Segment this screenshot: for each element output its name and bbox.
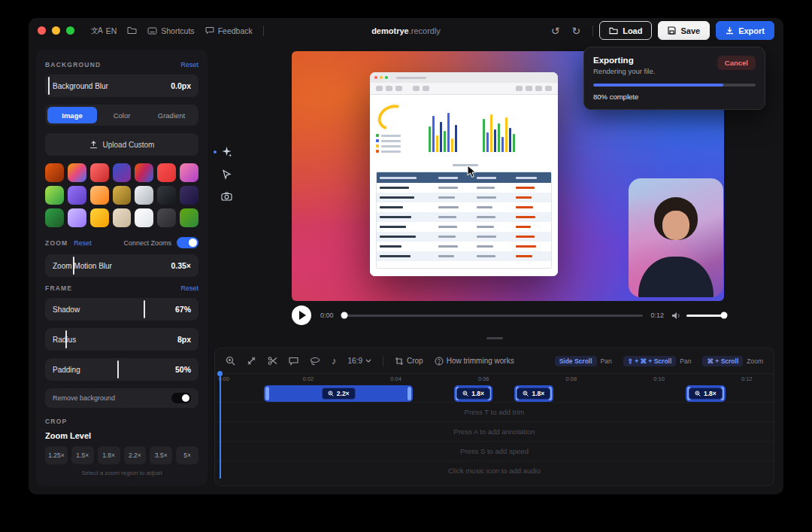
zoom-level-option[interactable]: 5× (176, 446, 198, 464)
zoom-region[interactable]: 2.2× (264, 385, 413, 402)
hotkey-hint-pan-scroll: Side Scroll Pan (555, 356, 612, 366)
annotation-tool[interactable] (289, 357, 298, 366)
background-thumbnail[interactable] (157, 208, 176, 227)
zoom-level-option[interactable]: 1.5× (71, 446, 94, 464)
background-thumbnail[interactable] (90, 163, 109, 182)
background-thumbnail[interactable] (113, 163, 132, 182)
trim-track[interactable]: Press T to add trim (215, 402, 774, 421)
background-thumbnail[interactable] (180, 186, 198, 205)
aspect-ratio-selector[interactable]: 16:9 (348, 357, 371, 365)
export-progress-bar (593, 84, 756, 87)
zoom-region[interactable]: 1.8× (454, 385, 492, 402)
camera-tool[interactable] (221, 192, 232, 201)
shortcuts-button[interactable]: Shortcuts (147, 26, 194, 35)
app-window: 文A EN Shortcuts Feedback demotrye.record… (29, 18, 783, 494)
background-thumbnail[interactable] (135, 186, 153, 205)
padding-slider[interactable]: Padding 50% (45, 358, 198, 381)
tab-color[interactable]: Color (97, 107, 147, 123)
export-label: Export (738, 26, 765, 35)
remove-background-toggle[interactable] (171, 393, 191, 403)
music-tool[interactable]: ♪ (332, 355, 337, 366)
trimming-help-link[interactable]: How trimming works (435, 357, 514, 366)
volume-slider[interactable] (686, 315, 724, 317)
redo-button[interactable]: ↻ (568, 24, 583, 38)
cut-tool[interactable] (268, 356, 277, 366)
background-thumbnail[interactable] (180, 208, 198, 227)
zoom-level-option[interactable]: 2.2× (124, 446, 147, 464)
background-thumbnail[interactable] (113, 208, 132, 227)
play-button[interactable] (292, 306, 311, 325)
tab-gradient[interactable]: Gradient (147, 107, 196, 123)
slider-handle[interactable] (117, 360, 119, 378)
close-window-button[interactable] (38, 26, 46, 35)
language-selector[interactable]: 文A EN (91, 26, 117, 36)
undo-button[interactable]: ↺ (548, 24, 563, 38)
webcam-overlay[interactable] (629, 178, 723, 297)
radius-slider[interactable]: Radius 8px (45, 328, 198, 351)
background-thumbnail[interactable] (135, 163, 153, 182)
playhead-handle[interactable] (217, 371, 223, 376)
timeline-ruler[interactable]: 0:00 0:02 0:04 0:06 0:08 0:10 0:12 (215, 373, 774, 383)
projects-button[interactable] (127, 26, 137, 35)
shortcuts-label: Shortcuts (161, 26, 194, 35)
slider-handle[interactable] (144, 300, 145, 318)
annotation-track[interactable]: Press A to add annotation (215, 421, 774, 441)
upload-custom-button[interactable]: Upload Custom (45, 133, 198, 156)
tab-image[interactable]: Image (47, 107, 97, 123)
ruler-label: 0:08 (566, 375, 577, 382)
load-button[interactable]: Load (599, 21, 652, 40)
zoom-region[interactable]: 1.8× (514, 385, 553, 402)
slider-handle[interactable] (48, 77, 50, 95)
background-blur-slider[interactable]: Background Blur 0.0px (45, 74, 198, 97)
background-thumbnail[interactable] (90, 186, 109, 205)
background-thumbnail[interactable] (135, 208, 153, 227)
seek-handle[interactable] (341, 312, 347, 319)
frame-section-heading: FRAME (45, 284, 72, 292)
connect-zooms-toggle[interactable] (177, 237, 198, 248)
zoom-level-option[interactable]: 3.5× (150, 446, 172, 464)
export-button[interactable]: Export (716, 21, 774, 40)
audio-track[interactable]: Click music icon to add audio (215, 461, 774, 480)
minimize-window-button[interactable] (52, 26, 60, 35)
background-thumbnail[interactable] (157, 186, 176, 205)
seek-bar[interactable] (341, 315, 644, 317)
background-thumbnail[interactable] (45, 186, 64, 205)
speaker-icon[interactable] (671, 312, 681, 320)
lasso-tool[interactable] (310, 357, 320, 366)
annotation-track-hint: Press A to add annotation (453, 427, 535, 436)
cancel-export-button[interactable]: Cancel (717, 56, 756, 70)
slider-handle[interactable] (65, 330, 67, 348)
background-thumbnail[interactable] (90, 208, 109, 227)
panel-resize-handle[interactable] (486, 337, 503, 339)
background-thumbnail[interactable] (180, 163, 198, 182)
zoom-window-button[interactable] (66, 26, 74, 35)
zoom-track[interactable]: 2.2× 1.8× 1.8× 1.8× (215, 385, 774, 402)
background-thumbnail[interactable] (45, 208, 64, 227)
trim-tool[interactable] (247, 356, 256, 366)
volume-handle[interactable] (721, 312, 728, 319)
recorded-screen-frame (370, 72, 558, 276)
frame-reset-link[interactable]: Reset (180, 284, 198, 292)
slider-handle[interactable] (73, 257, 74, 275)
zoom-region[interactable]: 1.8× (686, 385, 726, 402)
timeline-zoom-tool[interactable] (226, 356, 235, 366)
background-thumbnail[interactable] (45, 163, 64, 182)
zoom-motion-blur-slider[interactable]: Zoom Motion Blur 0.35× (45, 254, 198, 277)
save-button[interactable]: Save (658, 21, 710, 40)
background-thumbnail[interactable] (157, 163, 176, 182)
background-thumbnail[interactable] (113, 186, 132, 205)
background-reset-link[interactable]: Reset (180, 61, 198, 68)
zoom-level-option[interactable]: 1.25× (45, 446, 68, 464)
crop-button[interactable]: Crop (395, 357, 423, 366)
background-thumbnail[interactable] (68, 208, 86, 227)
background-thumbnail[interactable] (68, 163, 86, 182)
background-thumbnail[interactable] (68, 186, 86, 205)
zoom-reset-link[interactable]: Reset (74, 239, 92, 247)
speed-track[interactable]: Press S to add speed (215, 441, 774, 461)
shadow-value: 67% (175, 305, 191, 314)
feedback-button[interactable]: Feedback (205, 26, 253, 35)
zoom-level-option[interactable]: 1.8× (98, 446, 120, 464)
effects-tool[interactable] (221, 146, 232, 157)
shadow-slider[interactable]: Shadow 67% (45, 298, 198, 321)
cursor-tool[interactable] (222, 169, 232, 180)
